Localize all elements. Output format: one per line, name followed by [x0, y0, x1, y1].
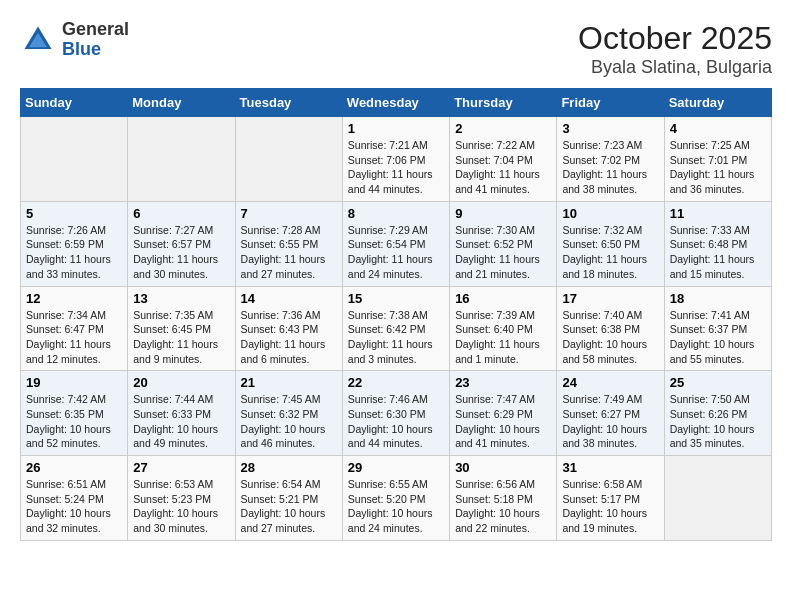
calendar-week-row: 26Sunrise: 6:51 AM Sunset: 5:24 PM Dayli… — [21, 456, 772, 541]
calendar-cell: 5Sunrise: 7:26 AM Sunset: 6:59 PM Daylig… — [21, 201, 128, 286]
calendar-cell: 30Sunrise: 6:56 AM Sunset: 5:18 PM Dayli… — [450, 456, 557, 541]
calendar-cell: 2Sunrise: 7:22 AM Sunset: 7:04 PM Daylig… — [450, 117, 557, 202]
calendar-cell: 9Sunrise: 7:30 AM Sunset: 6:52 PM Daylig… — [450, 201, 557, 286]
day-number: 27 — [133, 460, 229, 475]
page-header: General Blue October 2025 Byala Slatina,… — [20, 20, 772, 78]
day-of-week-header: Thursday — [450, 89, 557, 117]
day-info: Sunrise: 7:41 AM Sunset: 6:37 PM Dayligh… — [670, 308, 766, 367]
day-info: Sunrise: 7:39 AM Sunset: 6:40 PM Dayligh… — [455, 308, 551, 367]
calendar-cell: 27Sunrise: 6:53 AM Sunset: 5:23 PM Dayli… — [128, 456, 235, 541]
calendar-cell — [664, 456, 771, 541]
calendar-cell: 11Sunrise: 7:33 AM Sunset: 6:48 PM Dayli… — [664, 201, 771, 286]
day-number: 31 — [562, 460, 658, 475]
day-info: Sunrise: 6:54 AM Sunset: 5:21 PM Dayligh… — [241, 477, 337, 536]
calendar-cell: 8Sunrise: 7:29 AM Sunset: 6:54 PM Daylig… — [342, 201, 449, 286]
day-number: 20 — [133, 375, 229, 390]
calendar-cell — [21, 117, 128, 202]
day-info: Sunrise: 7:22 AM Sunset: 7:04 PM Dayligh… — [455, 138, 551, 197]
day-number: 2 — [455, 121, 551, 136]
day-number: 8 — [348, 206, 444, 221]
day-number: 29 — [348, 460, 444, 475]
day-info: Sunrise: 7:28 AM Sunset: 6:55 PM Dayligh… — [241, 223, 337, 282]
logo-general-text: General — [62, 20, 129, 40]
day-info: Sunrise: 7:47 AM Sunset: 6:29 PM Dayligh… — [455, 392, 551, 451]
day-info: Sunrise: 6:55 AM Sunset: 5:20 PM Dayligh… — [348, 477, 444, 536]
calendar-week-row: 12Sunrise: 7:34 AM Sunset: 6:47 PM Dayli… — [21, 286, 772, 371]
day-of-week-header: Monday — [128, 89, 235, 117]
calendar-cell: 26Sunrise: 6:51 AM Sunset: 5:24 PM Dayli… — [21, 456, 128, 541]
day-of-week-header: Friday — [557, 89, 664, 117]
day-info: Sunrise: 7:34 AM Sunset: 6:47 PM Dayligh… — [26, 308, 122, 367]
logo-icon — [20, 22, 56, 58]
calendar-cell: 14Sunrise: 7:36 AM Sunset: 6:43 PM Dayli… — [235, 286, 342, 371]
day-number: 14 — [241, 291, 337, 306]
title-block: October 2025 Byala Slatina, Bulgaria — [578, 20, 772, 78]
day-number: 22 — [348, 375, 444, 390]
calendar-cell — [235, 117, 342, 202]
day-info: Sunrise: 7:38 AM Sunset: 6:42 PM Dayligh… — [348, 308, 444, 367]
day-number: 19 — [26, 375, 122, 390]
calendar-cell: 19Sunrise: 7:42 AM Sunset: 6:35 PM Dayli… — [21, 371, 128, 456]
day-of-week-header: Tuesday — [235, 89, 342, 117]
calendar-cell: 6Sunrise: 7:27 AM Sunset: 6:57 PM Daylig… — [128, 201, 235, 286]
logo-text: General Blue — [62, 20, 129, 60]
day-info: Sunrise: 7:49 AM Sunset: 6:27 PM Dayligh… — [562, 392, 658, 451]
day-info: Sunrise: 6:53 AM Sunset: 5:23 PM Dayligh… — [133, 477, 229, 536]
day-info: Sunrise: 6:56 AM Sunset: 5:18 PM Dayligh… — [455, 477, 551, 536]
day-of-week-header: Sunday — [21, 89, 128, 117]
day-info: Sunrise: 7:27 AM Sunset: 6:57 PM Dayligh… — [133, 223, 229, 282]
day-number: 25 — [670, 375, 766, 390]
day-number: 9 — [455, 206, 551, 221]
day-number: 11 — [670, 206, 766, 221]
calendar-cell: 10Sunrise: 7:32 AM Sunset: 6:50 PM Dayli… — [557, 201, 664, 286]
day-info: Sunrise: 7:44 AM Sunset: 6:33 PM Dayligh… — [133, 392, 229, 451]
day-number: 7 — [241, 206, 337, 221]
logo-blue-text: Blue — [62, 40, 129, 60]
calendar-week-row: 19Sunrise: 7:42 AM Sunset: 6:35 PM Dayli… — [21, 371, 772, 456]
calendar-subtitle: Byala Slatina, Bulgaria — [578, 57, 772, 78]
calendar-week-row: 5Sunrise: 7:26 AM Sunset: 6:59 PM Daylig… — [21, 201, 772, 286]
day-info: Sunrise: 7:40 AM Sunset: 6:38 PM Dayligh… — [562, 308, 658, 367]
day-info: Sunrise: 7:36 AM Sunset: 6:43 PM Dayligh… — [241, 308, 337, 367]
day-number: 30 — [455, 460, 551, 475]
calendar-cell: 29Sunrise: 6:55 AM Sunset: 5:20 PM Dayli… — [342, 456, 449, 541]
day-number: 24 — [562, 375, 658, 390]
day-info: Sunrise: 7:42 AM Sunset: 6:35 PM Dayligh… — [26, 392, 122, 451]
day-number: 6 — [133, 206, 229, 221]
calendar-cell: 12Sunrise: 7:34 AM Sunset: 6:47 PM Dayli… — [21, 286, 128, 371]
calendar-cell: 22Sunrise: 7:46 AM Sunset: 6:30 PM Dayli… — [342, 371, 449, 456]
day-of-week-header: Saturday — [664, 89, 771, 117]
day-number: 13 — [133, 291, 229, 306]
calendar-cell — [128, 117, 235, 202]
calendar-cell: 16Sunrise: 7:39 AM Sunset: 6:40 PM Dayli… — [450, 286, 557, 371]
day-info: Sunrise: 7:30 AM Sunset: 6:52 PM Dayligh… — [455, 223, 551, 282]
calendar-cell: 7Sunrise: 7:28 AM Sunset: 6:55 PM Daylig… — [235, 201, 342, 286]
calendar-title: October 2025 — [578, 20, 772, 57]
day-info: Sunrise: 7:46 AM Sunset: 6:30 PM Dayligh… — [348, 392, 444, 451]
day-number: 16 — [455, 291, 551, 306]
day-info: Sunrise: 7:23 AM Sunset: 7:02 PM Dayligh… — [562, 138, 658, 197]
day-number: 18 — [670, 291, 766, 306]
day-info: Sunrise: 7:50 AM Sunset: 6:26 PM Dayligh… — [670, 392, 766, 451]
calendar-cell: 20Sunrise: 7:44 AM Sunset: 6:33 PM Dayli… — [128, 371, 235, 456]
calendar-cell: 17Sunrise: 7:40 AM Sunset: 6:38 PM Dayli… — [557, 286, 664, 371]
day-info: Sunrise: 7:33 AM Sunset: 6:48 PM Dayligh… — [670, 223, 766, 282]
day-info: Sunrise: 6:51 AM Sunset: 5:24 PM Dayligh… — [26, 477, 122, 536]
day-number: 28 — [241, 460, 337, 475]
calendar-cell: 18Sunrise: 7:41 AM Sunset: 6:37 PM Dayli… — [664, 286, 771, 371]
calendar-cell: 24Sunrise: 7:49 AM Sunset: 6:27 PM Dayli… — [557, 371, 664, 456]
calendar-cell: 28Sunrise: 6:54 AM Sunset: 5:21 PM Dayli… — [235, 456, 342, 541]
calendar-cell: 21Sunrise: 7:45 AM Sunset: 6:32 PM Dayli… — [235, 371, 342, 456]
calendar-cell: 31Sunrise: 6:58 AM Sunset: 5:17 PM Dayli… — [557, 456, 664, 541]
day-info: Sunrise: 7:21 AM Sunset: 7:06 PM Dayligh… — [348, 138, 444, 197]
calendar-header-row: SundayMondayTuesdayWednesdayThursdayFrid… — [21, 89, 772, 117]
day-number: 17 — [562, 291, 658, 306]
day-number: 3 — [562, 121, 658, 136]
day-info: Sunrise: 7:29 AM Sunset: 6:54 PM Dayligh… — [348, 223, 444, 282]
day-number: 21 — [241, 375, 337, 390]
day-number: 12 — [26, 291, 122, 306]
day-info: Sunrise: 7:35 AM Sunset: 6:45 PM Dayligh… — [133, 308, 229, 367]
day-number: 10 — [562, 206, 658, 221]
day-info: Sunrise: 7:26 AM Sunset: 6:59 PM Dayligh… — [26, 223, 122, 282]
calendar-cell: 4Sunrise: 7:25 AM Sunset: 7:01 PM Daylig… — [664, 117, 771, 202]
